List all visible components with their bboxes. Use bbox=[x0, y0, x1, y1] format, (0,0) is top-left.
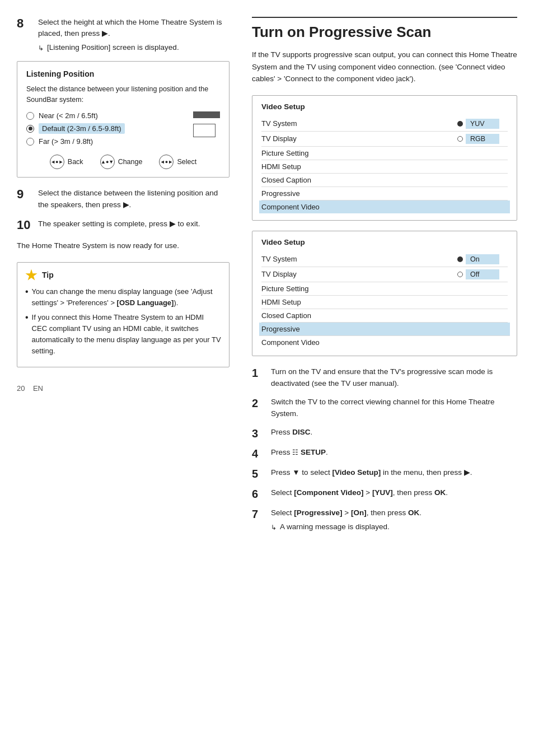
change-icon[interactable]: ▲●▼ bbox=[100, 155, 115, 169]
page-footer: 20 EN bbox=[17, 384, 229, 393]
right-step-7-num: 7 bbox=[252, 507, 264, 521]
select-icon[interactable]: ◄●► bbox=[159, 155, 174, 169]
vs-row-cc-2: Closed Caption bbox=[261, 309, 508, 323]
radio-near-label: Near (< 2m / 6.5ft) bbox=[39, 111, 98, 120]
right-step-1-num: 1 bbox=[252, 366, 264, 380]
vs-row-progressive-1: Progressive bbox=[261, 187, 508, 200]
page-layout: 8 Select the height at which the Home Th… bbox=[17, 17, 517, 540]
vs-row-picture-1: Picture Setting bbox=[261, 147, 508, 160]
vs-label-tv-display-1: TV Display bbox=[261, 134, 297, 143]
right-step-3-content: Press DISC. bbox=[271, 427, 312, 438]
on-value-box: On bbox=[466, 254, 499, 264]
right-step-2-num: 2 bbox=[252, 396, 264, 410]
right-step-1-content: Turn on the TV and ensure that the TV's … bbox=[271, 366, 517, 390]
diagram-bars bbox=[193, 111, 220, 137]
vs-value-tv-display-1: RGB bbox=[457, 134, 508, 144]
listening-position-title: Listening Position bbox=[26, 69, 220, 78]
vs-value-tv-system-2: On bbox=[457, 254, 508, 264]
vs-value-tv-system-1: YUV bbox=[457, 119, 508, 129]
vs-rows-2: TV System On TV Display Off Picture Sett… bbox=[261, 252, 508, 349]
tip-bullet-1-text: You can change the menu display language… bbox=[32, 286, 221, 309]
empty-dot-off bbox=[457, 272, 463, 277]
select-control: ◄●► Select bbox=[159, 155, 196, 169]
vs-label-cc-2: Closed Caption bbox=[261, 311, 311, 320]
controls-row: ◄●► Back ▲●▼ Change ◄●► Select bbox=[26, 155, 220, 169]
change-control: ▲●▼ Change bbox=[100, 155, 143, 169]
vs-label-component-1: Component Video bbox=[261, 203, 320, 211]
vs-label-picture-1: Picture Setting bbox=[261, 149, 309, 157]
radio-near-circle[interactable] bbox=[26, 112, 34, 120]
diag-bar-2 bbox=[193, 124, 216, 137]
tip-box: Tip • You can change the menu display la… bbox=[17, 262, 229, 368]
right-step-5-content: Press ▼ to select [Video Setup] in the m… bbox=[271, 467, 472, 479]
right-step-7-content: Select [Progressive] > [On], then press … bbox=[271, 507, 421, 533]
tip-bullet-2: • If you connect this Home Theatre Syste… bbox=[25, 312, 221, 357]
vs-label-hdmi-1: HDMI Setup bbox=[261, 162, 301, 171]
radio-default-label: Default (2-3m / 6.5-9.8ft) bbox=[39, 123, 125, 134]
page-lang: EN bbox=[33, 384, 43, 393]
star-icon bbox=[25, 269, 38, 282]
video-setup-box-2: Video Setup TV System On TV Display Off bbox=[252, 231, 517, 356]
off-value-box: Off bbox=[466, 269, 499, 279]
change-icon-sym: ▲●▼ bbox=[101, 159, 114, 165]
intro-text: If the TV supports progressive scan outp… bbox=[252, 49, 517, 85]
vs-label-tv-system-2: TV System bbox=[261, 255, 297, 263]
right-step-2: 2 Switch the TV to the correct viewing c… bbox=[252, 396, 517, 420]
back-label: Back bbox=[68, 158, 83, 166]
vs-label-cc-1: Closed Caption bbox=[261, 176, 311, 184]
vs-label-tv-display-2: TV Display bbox=[261, 270, 297, 278]
arrow-right-icon-7: ↳ bbox=[271, 522, 277, 533]
radio-default-circle[interactable] bbox=[26, 125, 34, 133]
bullet-dot-2: • bbox=[25, 312, 29, 357]
vs-label-component-2: Component Video bbox=[261, 338, 320, 347]
right-column: Turn on Progressive Scan If the TV suppo… bbox=[252, 17, 517, 540]
tip-header: Tip bbox=[25, 269, 221, 282]
select-icon-sym: ◄●► bbox=[160, 159, 173, 165]
right-step-4-num: 4 bbox=[252, 447, 264, 460]
radio-far-circle[interactable] bbox=[26, 138, 34, 146]
page-number: 20 bbox=[17, 384, 25, 393]
right-step-6-content: Select [Component Video] > [YUV], then p… bbox=[271, 487, 448, 499]
step-10: 10 The speaker setting is complete, pres… bbox=[17, 218, 229, 232]
radio-far-label: Far (> 3m / 9.8ft) bbox=[39, 137, 93, 146]
vs-title-2: Video Setup bbox=[261, 238, 508, 246]
back-control: ◄●► Back bbox=[50, 155, 83, 169]
setup-menu-icon: ☷ bbox=[292, 449, 298, 456]
vs-row-tv-system-2: TV System On bbox=[261, 252, 508, 267]
vs-label-tv-system-1: TV System bbox=[261, 119, 297, 128]
step-9: 9 Select the distance between the listen… bbox=[17, 188, 229, 211]
step-8-indent-text: [Listening Position] screen is displayed… bbox=[47, 42, 179, 53]
right-step-6-num: 6 bbox=[252, 487, 264, 501]
step-8-text: Select the height at which the Home Thea… bbox=[38, 18, 222, 38]
vs-row-component-2: Component Video bbox=[261, 336, 508, 349]
right-step-7-indent: ↳ A warning message is displayed. bbox=[271, 521, 421, 533]
vs-row-cc-1: Closed Caption bbox=[261, 174, 508, 187]
vs-row-picture-2: Picture Setting bbox=[261, 282, 508, 296]
rgb-value-box: RGB bbox=[466, 134, 499, 144]
right-step-3: 3 Press DISC. bbox=[252, 427, 517, 440]
change-label: Change bbox=[118, 158, 143, 166]
right-step-2-content: Switch the TV to the correct viewing cha… bbox=[271, 396, 517, 420]
vs-rows-1: TV System YUV TV Display RGB Picture Set… bbox=[261, 116, 508, 213]
yuv-value-box: YUV bbox=[466, 119, 499, 129]
step-8: 8 Select the height at which the Home Th… bbox=[17, 17, 229, 53]
right-step-3-num: 3 bbox=[252, 427, 264, 440]
back-icon[interactable]: ◄●► bbox=[50, 155, 64, 169]
right-step-4-content: Press ☷ SETUP. bbox=[271, 447, 328, 459]
step-9-content: Select the distance between the listenin… bbox=[38, 188, 229, 211]
listening-position-desc: Select the distance between your listeni… bbox=[26, 84, 220, 105]
tip-bullet-1: • You can change the menu display langua… bbox=[25, 286, 221, 309]
tip-label: Tip bbox=[42, 269, 54, 282]
vs-label-hdmi-2: HDMI Setup bbox=[261, 298, 301, 306]
vs-label-progressive-2: Progressive bbox=[261, 325, 300, 333]
diag-bar-1 bbox=[193, 111, 220, 118]
vs-row-component-1: Component Video bbox=[259, 200, 510, 213]
filled-dot-yuv bbox=[457, 121, 463, 127]
video-setup-box-1: Video Setup TV System YUV TV Display RGB bbox=[252, 95, 517, 221]
section-title: Turn on Progressive Scan bbox=[252, 17, 517, 41]
right-step-7-indent-text: A warning message is displayed. bbox=[280, 521, 390, 533]
step-8-number: 8 bbox=[17, 17, 32, 30]
radio-far: Far (> 3m / 9.8ft) bbox=[26, 137, 125, 146]
listening-position-panel: Listening Position Select the distance b… bbox=[17, 61, 229, 178]
radio-and-diagram: Near (< 2m / 6.5ft) Default (2-3m / 6.5-… bbox=[26, 111, 220, 146]
